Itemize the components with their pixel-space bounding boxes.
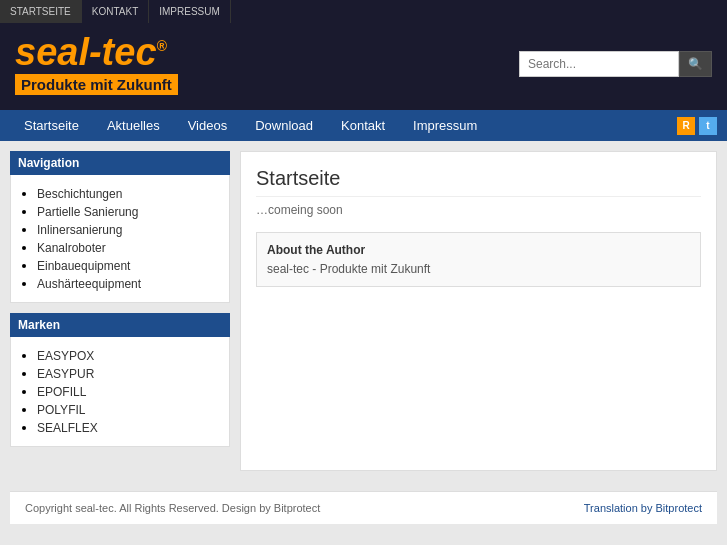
main-nav-list: StartseiteAktuellesVideosDownloadKontakt…	[10, 110, 677, 141]
author-box-title: About the Author	[267, 243, 690, 257]
main-nav-item: Impressum	[399, 110, 491, 141]
sidebar-brands-section: Marken EASYPOXEASYPUREPOFILLPOLYFILSEALF…	[10, 313, 230, 447]
sidebar-brands-content: EASYPOXEASYPUREPOFILLPOLYFILSEALFLEX	[10, 337, 230, 447]
list-item: Kanalroboter	[37, 240, 219, 255]
main-nav-item: Aktuelles	[93, 110, 174, 141]
top-nav-link[interactable]: KONTAKT	[82, 0, 149, 23]
sidebar-brand-link[interactable]: POLYFIL	[37, 403, 85, 417]
top-nav-link[interactable]: IMPRESSUM	[149, 0, 231, 23]
list-item: EPOFILL	[37, 384, 219, 399]
sidebar-nav-list: BeschichtungenPartielle SanierungInliner…	[21, 186, 219, 291]
footer-translation[interactable]: Translation by Bitprotect	[584, 502, 702, 514]
list-item: Beschichtungen	[37, 186, 219, 201]
main-nav-item: Videos	[174, 110, 242, 141]
sidebar-nav-content: BeschichtungenPartielle SanierungInliner…	[10, 175, 230, 303]
main-nav-link[interactable]: Download	[241, 110, 327, 141]
top-nav-list: STARTSEITEKONTAKTIMPRESSUM	[0, 0, 727, 23]
twitter-icon[interactable]: t	[699, 117, 717, 135]
sidebar-nav-link[interactable]: Partielle Sanierung	[37, 205, 138, 219]
logo-area: seal-tec® Produkte mit Zukunft	[15, 33, 178, 95]
footer-copyright: Copyright seal-tec. All Rights Reserved.…	[25, 502, 320, 514]
search-box: 🔍	[519, 51, 712, 77]
list-item: Aushärteequipment	[37, 276, 219, 291]
nav-social-icons: R t	[677, 117, 717, 135]
sidebar-brand-link[interactable]: EASYPUR	[37, 367, 94, 381]
sidebar-nav-link[interactable]: Aushärteequipment	[37, 277, 141, 291]
sidebar-brands-list: EASYPOXEASYPUREPOFILLPOLYFILSEALFLEX	[21, 348, 219, 435]
list-item: EASYPUR	[37, 366, 219, 381]
main-nav-link[interactable]: Kontakt	[327, 110, 399, 141]
sidebar-brands-title: Marken	[10, 313, 230, 337]
list-item: Einbauequipment	[37, 258, 219, 273]
main-nav-link[interactable]: Impressum	[399, 110, 491, 141]
sidebar-nav-link[interactable]: Einbauequipment	[37, 259, 130, 273]
sidebar-brand-link[interactable]: EPOFILL	[37, 385, 86, 399]
search-input[interactable]	[519, 51, 679, 77]
main-nav-link[interactable]: Startseite	[10, 110, 93, 141]
list-item: SEALFLEX	[37, 420, 219, 435]
author-box: About the Author seal-tec - Produkte mit…	[256, 232, 701, 287]
sidebar: Navigation BeschichtungenPartielle Sanie…	[10, 151, 230, 471]
top-navigation: STARTSEITEKONTAKTIMPRESSUM	[0, 0, 727, 23]
list-item: EASYPOX	[37, 348, 219, 363]
top-nav-item: IMPRESSUM	[149, 0, 231, 23]
main-nav-link[interactable]: Aktuelles	[93, 110, 174, 141]
author-box-text: seal-tec - Produkte mit Zukunft	[267, 262, 690, 276]
logo-registered: ®	[157, 38, 167, 54]
list-item: Partielle Sanierung	[37, 204, 219, 219]
main-content: Startseite …comeing soon About the Autho…	[240, 151, 717, 471]
content-wrapper: Navigation BeschichtungenPartielle Sanie…	[0, 141, 727, 481]
logo-subtitle: Produkte mit Zukunft	[15, 74, 178, 95]
header: seal-tec® Produkte mit Zukunft 🔍	[0, 23, 727, 110]
search-button[interactable]: 🔍	[679, 51, 712, 77]
sidebar-nav-title: Navigation	[10, 151, 230, 175]
coming-soon-text: …comeing soon	[256, 203, 701, 217]
page-title: Startseite	[256, 167, 701, 197]
footer: Copyright seal-tec. All Rights Reserved.…	[10, 491, 717, 524]
main-nav-link[interactable]: Videos	[174, 110, 242, 141]
main-nav-item: Startseite	[10, 110, 93, 141]
rss-icon[interactable]: R	[677, 117, 695, 135]
sidebar-nav-link[interactable]: Kanalroboter	[37, 241, 106, 255]
sidebar-navigation-section: Navigation BeschichtungenPartielle Sanie…	[10, 151, 230, 303]
list-item: POLYFIL	[37, 402, 219, 417]
top-nav-link[interactable]: STARTSEITE	[0, 0, 82, 23]
sidebar-nav-link[interactable]: Beschichtungen	[37, 187, 122, 201]
main-nav-item: Kontakt	[327, 110, 399, 141]
sidebar-brand-link[interactable]: SEALFLEX	[37, 421, 98, 435]
top-nav-item: STARTSEITE	[0, 0, 82, 23]
main-nav-item: Download	[241, 110, 327, 141]
sidebar-nav-link[interactable]: Inlinersanierung	[37, 223, 122, 237]
logo-name: seal-tec	[15, 31, 157, 73]
logo-text: seal-tec®	[15, 33, 178, 71]
main-navigation: StartseiteAktuellesVideosDownloadKontakt…	[0, 110, 727, 141]
top-nav-item: KONTAKT	[82, 0, 149, 23]
list-item: Inlinersanierung	[37, 222, 219, 237]
sidebar-brand-link[interactable]: EASYPOX	[37, 349, 94, 363]
